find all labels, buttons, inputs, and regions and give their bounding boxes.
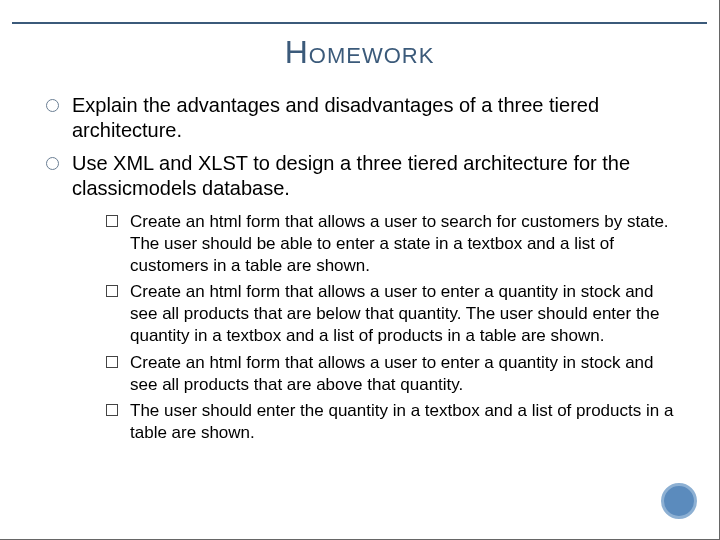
slide-inner: Homework Explain the advantages and disa… [12,22,707,527]
slide: Homework Explain the advantages and disa… [0,0,720,540]
list-item-text: The user should enter the quantity in a … [130,401,673,442]
list-item-text: Create an html form that allows a user t… [130,282,660,345]
main-list: Explain the advantages and disadvantages… [40,93,679,444]
list-item: Create an html form that allows a user t… [106,211,679,277]
list-item: Explain the advantages and disadvantages… [46,93,679,143]
list-item: The user should enter the quantity in a … [106,400,679,444]
list-item: Create an html form that allows a user t… [106,352,679,396]
list-item-text: Explain the advantages and disadvantages… [72,94,599,141]
sub-list: Create an html form that allows a user t… [72,211,679,444]
list-item-text: Create an html form that allows a user t… [130,353,654,394]
list-item-text: Create an html form that allows a user t… [130,212,669,275]
list-item-text: Use XML and XLST to design a three tiere… [72,152,630,199]
title-text: Homework [285,34,435,70]
page-title: Homework [40,34,679,71]
list-item: Use XML and XLST to design a three tiere… [46,151,679,444]
list-item: Create an html form that allows a user t… [106,281,679,347]
decorative-dot-icon [661,483,697,519]
